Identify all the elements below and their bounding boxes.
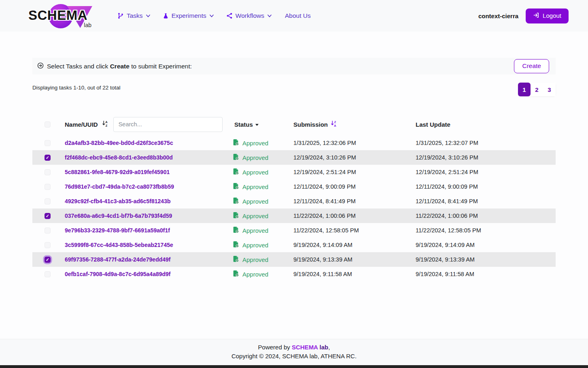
nav-workflows-label: Workflows xyxy=(236,12,264,19)
table-row: 5c882861-9fe8-4679-92d9-a019fef45901 App… xyxy=(32,165,556,179)
summary-row: Displaying tasks 1-10, out of 22 total 1… xyxy=(32,83,556,97)
search-input[interactable] xyxy=(113,117,223,132)
username-label: context-cierra xyxy=(478,13,518,19)
status-label: Approved xyxy=(242,227,268,234)
submission-time: 11/22/2024, 12:58:05 PM xyxy=(293,227,416,234)
task-uuid-link[interactable]: d2a4afb3-82bb-49ee-bd0d-d26f3ce3675c xyxy=(65,140,173,146)
table-row: 3c5999f8-67cc-4d43-858b-5ebeab21745e App… xyxy=(32,238,556,252)
row-checkbox[interactable] xyxy=(45,140,51,146)
last-update-time: 9/19/2024, 9:11:58 AM xyxy=(416,271,556,277)
status-filter-dropdown[interactable]: Status xyxy=(225,121,293,128)
svg-text:Z: Z xyxy=(105,124,107,127)
submission-time: 9/19/2024, 9:11:58 AM xyxy=(293,271,416,277)
approved-file-icon xyxy=(233,139,239,147)
status-label: Approved xyxy=(242,198,268,205)
schema-lab-logo[interactable]: SCHEMA lab xyxy=(28,3,92,28)
chevron-down-icon xyxy=(267,14,272,18)
submission-time: 12/19/2024, 3:10:26 PM xyxy=(293,154,416,161)
task-uuid-link[interactable]: 0efb1caf-7908-4d9a-8c7c-6d95a4a89d9f xyxy=(65,271,171,277)
last-update-time: 9/19/2024, 9:13:39 AM xyxy=(416,256,556,263)
status-label: Approved xyxy=(242,271,268,278)
last-update-time: 12/11/2024, 8:41:49 PM xyxy=(416,198,556,204)
task-uuid-link[interactable]: f2f468dc-ebc9-45e8-8cd1-e3eed8b3b00d xyxy=(65,154,173,161)
approved-file-icon xyxy=(233,255,239,264)
nav-experiments-label: Experiments xyxy=(172,12,206,19)
last-update-time: 12/19/2024, 3:10:26 PM xyxy=(416,154,556,161)
submission-header[interactable]: Submission xyxy=(293,121,328,128)
powered-by-line: Powered by SCHEMA lab, xyxy=(0,343,588,352)
navbar-right: context-cierra Logout xyxy=(478,9,569,23)
approved-file-icon xyxy=(233,212,239,220)
logout-button[interactable]: Logout xyxy=(526,9,569,23)
logout-label: Logout xyxy=(543,12,561,19)
page-button[interactable]: 2 xyxy=(531,83,543,96)
last-update-time: 12/11/2024, 9:00:09 PM xyxy=(416,183,556,190)
name-uuid-header[interactable]: Name/UUID xyxy=(65,121,98,128)
page-footer: Powered by SCHEMA lab, Copyright © 2024,… xyxy=(0,339,588,365)
approved-file-icon xyxy=(233,168,239,177)
git-branch-icon xyxy=(117,13,124,19)
pagination: 1 2 3 xyxy=(518,83,556,96)
table-row: 0efb1caf-7908-4d9a-8c7c-6d95a4a89d9f App… xyxy=(32,267,556,281)
sort-alpha-down-icon[interactable]: AZ xyxy=(102,120,108,128)
table-row: f2f468dc-ebc9-45e8-8cd1-e3eed8b3b00d App… xyxy=(32,150,556,165)
task-uuid-link[interactable]: 9e796b33-2329-4788-9bf7-6691a59a0f1f xyxy=(65,227,170,234)
page-button[interactable]: 1 xyxy=(518,83,531,96)
task-uuid-link[interactable]: 76d981e7-cbd7-49da-b7c2-ca8073fb8b59 xyxy=(65,183,174,190)
footer-brand-link[interactable]: SCHEMA xyxy=(292,344,318,351)
last-update-time: 11/22/2024, 1:00:06 PM xyxy=(416,213,556,219)
nav-experiments-dropdown[interactable]: Experiments xyxy=(163,12,214,19)
approved-file-icon xyxy=(233,183,239,191)
sort-alpha-down-alt-icon[interactable]: ZA xyxy=(331,120,337,128)
task-uuid-link[interactable]: 3c5999f8-67cc-4d43-858b-5ebeab21745e xyxy=(65,242,173,248)
select-tasks-message: Select Tasks and click Create to submit … xyxy=(37,62,192,70)
chevron-down-icon xyxy=(146,14,151,18)
row-checkbox[interactable] xyxy=(45,184,51,190)
status-label: Approved xyxy=(242,213,268,219)
svg-text:A: A xyxy=(334,124,336,127)
table-row: 037e680a-a6c9-4cd1-bf7b-6a7b793f4d59 App… xyxy=(32,208,556,223)
last-update-time: 9/19/2024, 9:14:09 AM xyxy=(416,242,556,248)
status-label: Approved xyxy=(242,154,268,161)
caret-down-icon xyxy=(255,124,259,126)
submission-time: 9/19/2024, 9:13:39 AM xyxy=(293,256,416,263)
table-header: Name/UUID AZ Status Submission ZA Last U… xyxy=(32,115,556,133)
select-tasks-bar: Select Tasks and click Create to submit … xyxy=(32,58,556,74)
task-uuid-link[interactable]: 4929c92f-cfb4-41c3-ab35-ad6c5f81243b xyxy=(65,198,171,204)
status-header: Status xyxy=(234,121,253,128)
nav-about-us-link[interactable]: About Us xyxy=(285,12,311,19)
row-checkbox[interactable] xyxy=(45,169,51,175)
nav-workflows-dropdown[interactable]: Workflows xyxy=(226,12,272,19)
flask-icon xyxy=(163,13,169,19)
select-all-checkbox[interactable] xyxy=(45,121,51,128)
nav-tasks-label: Tasks xyxy=(127,12,143,19)
submission-time: 11/22/2024, 1:00:06 PM xyxy=(293,213,416,219)
status-label: Approved xyxy=(242,140,268,147)
logo-wordmark: SCHEMA xyxy=(28,8,87,23)
nav-tasks-dropdown[interactable]: Tasks xyxy=(117,12,151,19)
approved-file-icon xyxy=(233,153,239,162)
task-count-summary: Displaying tasks 1-10, out of 22 total xyxy=(32,83,121,91)
submission-time: 1/31/2025, 12:32:06 PM xyxy=(293,140,416,146)
task-uuid-link[interactable]: 037e680a-a6c9-4cd1-bf7b-6a7b793f4d59 xyxy=(65,213,172,219)
row-checkbox[interactable] xyxy=(45,213,51,219)
row-checkbox[interactable] xyxy=(45,155,51,161)
row-checkbox[interactable] xyxy=(45,271,51,277)
table-body: d2a4afb3-82bb-49ee-bd0d-d26f3ce3675c App… xyxy=(32,136,556,281)
row-checkbox[interactable] xyxy=(45,242,51,248)
table-row: 76d981e7-cbd7-49da-b7c2-ca8073fb8b59 App… xyxy=(32,179,556,194)
last-update-time: 11/22/2024, 12:58:05 PM xyxy=(416,227,556,234)
row-checkbox[interactable] xyxy=(45,257,51,263)
task-uuid-link[interactable]: 5c882861-9fe8-4679-92d9-a019fef45901 xyxy=(65,169,170,175)
create-button[interactable]: Create xyxy=(514,59,549,73)
page: { "brand": { "name": "SCHEMA", "sub": "l… xyxy=(0,0,588,368)
row-checkbox[interactable] xyxy=(45,198,51,204)
copyright-line: Copyright © 2024, SCHEMA lab, ATHENA RC. xyxy=(0,352,588,361)
task-uuid-link[interactable]: 69f97356-7288-477f-a2da-24de79edd49f xyxy=(65,256,171,263)
row-checkbox[interactable] xyxy=(45,228,51,234)
page-button[interactable]: 3 xyxy=(543,83,556,96)
table-row: 69f97356-7288-477f-a2da-24de79edd49f App… xyxy=(32,252,556,267)
approved-file-icon xyxy=(233,197,239,206)
table-row: 9e796b33-2329-4788-9bf7-6691a59a0f1f App… xyxy=(32,223,556,238)
submission-time: 12/11/2024, 8:41:49 PM xyxy=(293,198,416,204)
